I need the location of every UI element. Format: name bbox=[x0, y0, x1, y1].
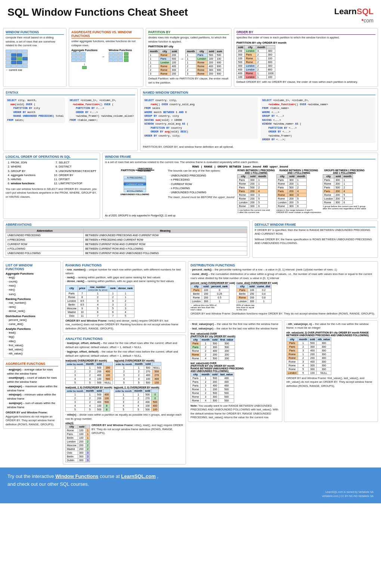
window-frame-desc: is a set of rows that are somehow relate… bbox=[105, 160, 375, 165]
window-frame-examples: ROWS BETWEEN 1 PRECEDINGAND 1 FOLLOWING … bbox=[237, 169, 366, 213]
default-wf-text1: If ORDER BY is specified, then the frame… bbox=[255, 228, 375, 236]
page-header: SQL Window Functions Cheat Sheet LearnSQ… bbox=[0, 0, 381, 28]
partition-all-table: monthcitysold 1Rome200 1Paris500 1London… bbox=[148, 49, 179, 76]
agg-vs-wf-desc: unlike aggregate functions, window funct… bbox=[71, 40, 141, 47]
lag-basic-table: order by monthmonthsold 11500NULL 222705… bbox=[114, 362, 162, 385]
partition-city-table: monthcitysoldsum 1Paris500500 1London100… bbox=[185, 49, 224, 76]
partition-default-text: Default Partition: with no PARTITION BY … bbox=[148, 77, 229, 85]
analytic-title: ANALYTIC FUNCTIONS bbox=[65, 337, 183, 341]
agg-functions-subtitle: Aggregate Functions bbox=[6, 272, 58, 275]
bottom-banner: Try out the interactive Window Functions… bbox=[0, 467, 381, 503]
banner-text-before: Try out the interactive bbox=[7, 473, 55, 479]
ranking-note: ORDER BY and Window Frame: rank() and de… bbox=[65, 319, 183, 331]
named-window-title: Named Window Definition bbox=[143, 91, 375, 95]
last-value-note: Note: You usually want to use RANGE BETW… bbox=[190, 404, 280, 420]
ntile-table-area: ntile(3) citysold Rome1001 Paris1001 Ber… bbox=[65, 422, 90, 462]
rows-example-table: citysoldmonth Paris3001 Rome2001 Paris50… bbox=[237, 174, 267, 208]
lead-lag-tables: lead(sold) OVER(ORDER BY month) order by… bbox=[65, 359, 183, 385]
lead-basic-table: order by monthmonthsold 11500200 2220040… bbox=[65, 362, 113, 385]
window-functions-diagram: ← current row bbox=[6, 50, 64, 71]
aggregate-functions-detail-box: AGGREGATE FUNCTIONS avg(expr) – average … bbox=[3, 360, 61, 429]
agg-order-note: ORDER BY and Window Frame: Aggregate fun… bbox=[6, 411, 58, 426]
lead-table-offset: lead(sold, 2, 8) OVER(ORDER BY month) or… bbox=[65, 386, 112, 412]
abbreviations-table: Abbreviation Meaning UNBOUNDED PRECEDING… bbox=[6, 228, 247, 256]
order-by-default-text: Default ORDER BY: with no ORDER BY claus… bbox=[236, 80, 375, 84]
middle-column: RANKING FUNCTIONS · row_number() – uniqu… bbox=[63, 261, 186, 465]
window-frame-section: WINDOW FRAME is a set of rows that are s… bbox=[102, 153, 378, 219]
wf-label: Window Functions bbox=[109, 49, 132, 51]
order-by-label: PARTITION BY city ORDER BY month bbox=[236, 41, 375, 44]
bounds-list: UNBOUNDED PRECEDING n PRECEDING CURRENT … bbox=[168, 173, 234, 194]
list-wf-box: LIST OF WINDOWFUNCTIONS Aggregate Functi… bbox=[3, 261, 61, 358]
analytic-functions-subtitle: Analytic Functions bbox=[6, 327, 58, 331]
window-functions-title: WINDOW FUNCTIONS bbox=[6, 30, 64, 35]
ntile-content: ntile(3) citysold Rome1001 Paris1001 Ber… bbox=[65, 422, 183, 462]
banner-text-comma: , bbox=[157, 473, 158, 479]
logical-window-row: LOGICAL ORDER OF OPERATIONS IN SQL FROM,… bbox=[3, 153, 378, 219]
logo-learn: Learn bbox=[334, 7, 357, 16]
agg-vs-wf-diagram: Aggregate Functions ↓ → Window Functions bbox=[71, 49, 141, 69]
banner-line2: and check out our other SQL courses. bbox=[7, 481, 374, 488]
order-by-section: ORDER BY specifies the order of rows in … bbox=[234, 28, 378, 87]
analytic-lag: · lag(expr, offset, default) – the value… bbox=[65, 350, 183, 358]
ntile-table: citysold Rome1001 Paris1001 Berlin1001 L… bbox=[65, 425, 90, 462]
last-value-table-area: last_value(sold) OVER(PARTITION BY city … bbox=[190, 362, 280, 403]
lag-table-offset: lag(sold, 2, 0) OVER(ORDER BY month) ord… bbox=[114, 386, 159, 412]
dist-functions-subtitle: Distribution Functions bbox=[6, 315, 58, 318]
agg-functions-list: avg() count() max() min() sum() bbox=[6, 275, 58, 296]
abbr-default-row: ABBREVIATIONS Abbreviation Meaning UNBOU… bbox=[3, 220, 378, 258]
first-last-nth-note: ORDER BY and Window Frame: first_value()… bbox=[286, 376, 376, 388]
partition-by-title: PARTITION BY bbox=[148, 30, 229, 35]
syntax-section: SYNTAX SELECT city, month, sum(sold) OVE… bbox=[3, 88, 138, 151]
logical-order-section: LOGICAL ORDER OF OPERATIONS IN SQL FROM,… bbox=[3, 153, 100, 219]
named-window-note: PARTITION BY, ORDER BY, and window frame… bbox=[143, 145, 375, 149]
order-by-tables: soldcitymonth 200London3300 300Paris2300… bbox=[236, 45, 375, 79]
groups-example: GROUPS BETWEEN 1 PRECEDINGAND 1 FOLLOWIN… bbox=[323, 169, 366, 213]
abbr-row-1: UNBOUNDED PRECEDING BETWEEN UNBOUNDED PR… bbox=[6, 233, 247, 237]
abbr-col-abbr: Abbreviation bbox=[6, 228, 84, 233]
window-frame-bounds: The bounds can be any of the five option… bbox=[168, 169, 234, 213]
ranking-dense-rank: · dense_rank() – ranking within partitio… bbox=[65, 279, 183, 284]
banner-link-wf[interactable]: Window Functions bbox=[55, 473, 98, 479]
syntax-codes: SELECT city, month, sum(sold) OVER ( PAR… bbox=[6, 97, 135, 124]
right-column: DISTRIBUTION FUNCTIONS · percent_rank() … bbox=[188, 261, 378, 465]
banner-text: Try out the interactive Window Functions… bbox=[7, 473, 374, 481]
rows-example: ROWS BETWEEN 1 PRECEDINGAND 1 FOLLOWING … bbox=[237, 169, 275, 213]
abbr-row-5: UNBOUNDED FOLLOWING BETWEEN CURRENT ROW … bbox=[6, 251, 247, 255]
order-by-result-table: soldcitymonth 200London3300 300Paris2300… bbox=[236, 45, 275, 79]
agg-functions-detail-title: AGGREGATE FUNCTIONS bbox=[6, 362, 58, 366]
named-window-code-2: SELECT <column_1>, <column_2>, <window_f… bbox=[261, 97, 375, 143]
range-example: RANGE BETWEEN 1 PRECEDINGAND 1 FOLLOWING… bbox=[276, 169, 321, 213]
logical-order-note: You can use window functions in SELECT a… bbox=[6, 187, 97, 199]
order-by-title: ORDER BY bbox=[236, 30, 375, 35]
current-row-label: current row bbox=[9, 69, 22, 71]
first-value-desc: · first_value(expr) – the value for the … bbox=[190, 322, 280, 326]
abbr-row-2: n PRECEDING BETWEEN n PRECEDING AND CURR… bbox=[6, 237, 247, 242]
top-sections-row: WINDOW FUNCTIONS compute their result ba… bbox=[3, 28, 378, 87]
partition-by-desc: divides rows into multiple groups, calle… bbox=[148, 36, 229, 44]
lag-table-basic: lag(sold) OVER(ORDER BY month) order by … bbox=[114, 359, 162, 385]
analytic-lead: · lead(expr, offset, default) – the valu… bbox=[65, 341, 183, 349]
banner-copyright: LearnSQL.com is owned by Vertabelo SA ve… bbox=[7, 490, 374, 498]
agg-vs-wf-title: AGGREGATE FUNCTIONS VS. WINDOW FUNCTIONS bbox=[71, 30, 141, 38]
last-value-table: citymonthsoldlast_value Paris1500400 Par… bbox=[190, 372, 234, 403]
window-frame-content: PARTITION UNBOUNDEDPRECEDING N PRECEDING… bbox=[105, 169, 375, 213]
lower-bound-note: The lower_bound must be BEFORE the upper… bbox=[168, 196, 234, 200]
distribution-functions-box: DISTRIBUTION FUNCTIONS · percent_rank() … bbox=[188, 261, 378, 318]
dist-percent-rank: · percent_rank() – the percentile rankin… bbox=[190, 268, 375, 272]
window-functions-desc: compute their result based on a sliding … bbox=[6, 36, 64, 48]
analytic-functions-box: ANALYTIC FUNCTIONS · lead(expr, offset, … bbox=[63, 335, 186, 465]
logo: LearnSQL •com bbox=[334, 7, 374, 24]
banner-link-learnsql[interactable]: LearnSQL.com bbox=[121, 473, 155, 479]
ranking-example-table: citypricerow_numberover(order by price)r… bbox=[65, 285, 134, 318]
abbr-col-meaning: Meaning bbox=[84, 228, 247, 233]
partition-by-label: PARTITION BY city bbox=[148, 45, 229, 48]
lead-offset-table: order by monthmonthsold 11500400 2220010… bbox=[65, 389, 110, 412]
analytic-ntile: · ntile(n) – divide rows within a partit… bbox=[65, 413, 183, 421]
dist-title: DISTRIBUTION FUNCTIONS bbox=[190, 263, 375, 267]
nth-value-table: citymonthsoldnth_value Paris1500300 Pari… bbox=[286, 337, 332, 375]
default-wf-title: DEFAULT WINDOW FRAME bbox=[255, 223, 375, 227]
first-value-table: citymonthsoldfirst_value Paris1500500 Pa… bbox=[190, 338, 235, 360]
abbr-row-4: n FOLLOWING BETWEEN CURRENT ROW AND n FO… bbox=[6, 246, 247, 251]
default-window-frame-section: DEFAULT WINDOW FRAME If ORDER BY is spec… bbox=[252, 220, 378, 258]
